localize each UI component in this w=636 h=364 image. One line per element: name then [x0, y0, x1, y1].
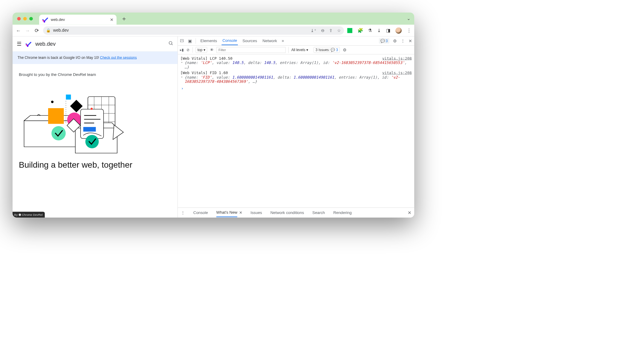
drawer-tab-close-icon[interactable]: ✕ — [239, 210, 242, 215]
svg-marker-25 — [113, 125, 123, 140]
drawer-tab-console[interactable]: Console — [193, 209, 208, 217]
console-prompt[interactable]: › — [180, 85, 412, 91]
browser-window: web.dev ✕ ＋ ⌄ ← → ⟳ 🔒 web.dev ⤓⁺ ⊖ ⇪ ☆ 🧩… — [13, 13, 414, 218]
window-maximize-button[interactable] — [29, 17, 33, 20]
inspect-element-icon[interactable]: ⮹ — [180, 39, 184, 43]
devtools-panel: ⮹ ▣ Elements Console Sources Network » 💬… — [178, 36, 414, 218]
share-icon[interactable]: ⇪ — [329, 28, 333, 33]
tab-network[interactable]: Network — [262, 37, 278, 45]
log-source-link[interactable]: vitals.js:208 — [382, 56, 412, 61]
drawer-tab-rendering[interactable]: Rendering — [333, 209, 351, 217]
address-bar[interactable]: 🔒 web.dev ⤓⁺ ⊖ ⇪ ☆ — [43, 26, 344, 35]
issues-button[interactable]: 3 Issues: 💬 3 — [314, 47, 340, 53]
messages-count-badge[interactable]: 💬 3 — [379, 38, 389, 44]
extensions-puzzle-icon[interactable]: 🧩 — [357, 28, 363, 33]
bookmark-icon[interactable]: ☆ — [337, 28, 341, 33]
window-controls — [17, 17, 33, 20]
drawer-close-icon[interactable]: ✕ — [408, 210, 412, 215]
tab-strip: web.dev ✕ ＋ ⌄ — [13, 13, 414, 25]
install-icon[interactable]: ⤓⁺ — [311, 28, 317, 33]
devtools-menu-icon[interactable]: ⋮ — [401, 38, 405, 43]
forward-button[interactable]: → — [25, 27, 31, 33]
drawer-tab-search[interactable]: Search — [312, 209, 325, 217]
svg-line-5 — [172, 44, 173, 45]
svg-point-33 — [85, 135, 99, 149]
log-message: [Web Vitals] FID 1.60 — [180, 71, 412, 75]
new-tab-button[interactable]: ＋ — [121, 15, 127, 23]
banner-text: The Chrome team is back at Google I/O on… — [18, 56, 100, 59]
tab-overflow-icon[interactable]: » — [282, 39, 284, 43]
site-search-icon[interactable] — [169, 41, 174, 47]
chrome-menu-button[interactable]: ⋮ — [407, 28, 411, 33]
console-filter-input[interactable] — [217, 47, 286, 53]
live-expression-icon[interactable]: 👁 — [210, 48, 214, 52]
console-settings-icon[interactable]: ⚙ — [343, 48, 347, 53]
drawer-tab-whatsnew[interactable]: What's New — [216, 208, 238, 217]
clear-console-icon[interactable]: ⊘ — [186, 48, 189, 52]
browser-toolbar: ← → ⟳ 🔒 web.dev ⤓⁺ ⊖ ⇪ ☆ 🧩 ⚗ ⤓ ◨ ⋮ — [13, 25, 414, 36]
labs-flask-icon[interactable]: ⚗ — [368, 28, 372, 33]
devtools-drawer: ⋮ Console What's New ✕ Issues Network co… — [178, 207, 414, 218]
kicker-text: Brought to you by the Chrome DevRel team — [19, 72, 171, 77]
reload-button[interactable]: ⟳ — [34, 27, 40, 33]
extension-green-icon[interactable] — [347, 28, 352, 33]
log-object[interactable]: {name: 'LCP', value: 140.5, delta: 140.5… — [180, 60, 412, 69]
downloads-icon[interactable]: ⤓ — [377, 28, 381, 33]
svg-point-3 — [27, 45, 28, 47]
url-text: web.dev — [53, 28, 69, 33]
site-brand[interactable]: web.dev — [35, 41, 56, 47]
announcement-banner: The Chrome team is back at Google I/O on… — [13, 51, 178, 64]
attribution-badge: By ⬢ Chrome DevRel — [13, 212, 45, 218]
webdev-logo-icon — [42, 16, 48, 23]
tab-close-button[interactable]: ✕ — [110, 17, 114, 22]
browser-tab[interactable]: web.dev ✕ — [39, 15, 117, 25]
svg-point-4 — [169, 41, 172, 44]
svg-point-1 — [44, 21, 45, 22]
drawer-tab-issues[interactable]: Issues — [250, 209, 262, 217]
webdev-logo-icon — [25, 41, 32, 47]
tab-console[interactable]: Console — [221, 37, 238, 45]
window-minimize-button[interactable] — [23, 17, 27, 20]
devtools-settings-icon[interactable]: ⚙ — [393, 38, 397, 43]
page-content: ☰ web.dev The Chrome team is back at Goo… — [13, 36, 178, 218]
banner-link[interactable]: Check out the sessions — [100, 56, 137, 59]
log-entry: vitals.js:208 [Web Vitals] LCP 140.50 {n… — [180, 56, 412, 69]
tab-sources[interactable]: Sources — [241, 37, 258, 45]
svg-point-22 — [51, 126, 66, 140]
zoom-icon[interactable]: ⊖ — [321, 28, 325, 33]
hero-illustration — [19, 84, 132, 157]
log-message: [Web Vitals] LCP 140.50 — [180, 56, 412, 61]
tab-title: web.dev — [51, 17, 65, 22]
log-entry: vitals.js:208 [Web Vitals] FID 1.60 {nam… — [180, 71, 412, 84]
log-object[interactable]: {name: 'FID', value: 1.6000000014901161,… — [180, 75, 412, 84]
log-level-selector[interactable]: All levels ▾ — [289, 47, 311, 53]
svg-rect-16 — [48, 108, 64, 124]
console-toolbar: ▸▮ ⊘ top ▾ 👁 All levels ▾ 3 Issues: 💬 3 … — [178, 46, 414, 54]
devtools-tabbar: ⮹ ▣ Elements Console Sources Network » 💬… — [178, 36, 414, 46]
devtools-close-icon[interactable]: ✕ — [409, 38, 412, 43]
hamburger-menu-icon[interactable]: ☰ — [17, 41, 22, 47]
console-output[interactable]: vitals.js:208 [Web Vitals] LCP 140.50 {n… — [178, 54, 414, 207]
side-panel-icon[interactable]: ◨ — [386, 28, 391, 33]
svg-rect-17 — [66, 94, 71, 100]
site-header: ☰ web.dev — [13, 36, 178, 51]
drawer-tab-network-conditions[interactable]: Network conditions — [270, 209, 304, 217]
log-source-link[interactable]: vitals.js:208 — [382, 71, 412, 75]
svg-rect-32 — [83, 127, 96, 131]
profile-avatar[interactable] — [395, 27, 402, 33]
svg-point-28 — [91, 108, 93, 110]
back-button[interactable]: ← — [16, 27, 22, 33]
window-close-button[interactable] — [17, 17, 21, 20]
drawer-menu-icon[interactable]: ⋮ — [181, 210, 185, 215]
context-selector[interactable]: top ▾ — [196, 47, 207, 53]
console-sidebar-toggle-icon[interactable]: ▸▮ — [180, 48, 184, 52]
tab-overflow-button[interactable]: ⌄ — [407, 16, 411, 21]
page-headline: Building a better web, together — [19, 160, 171, 170]
lock-icon: 🔒 — [46, 28, 51, 33]
svg-rect-27 — [81, 109, 104, 138]
extension-icons: 🧩 ⚗ ⤓ ◨ ⋮ — [347, 27, 411, 33]
tab-elements[interactable]: Elements — [200, 37, 218, 45]
device-toolbar-icon[interactable]: ▣ — [188, 38, 192, 43]
svg-point-18 — [51, 101, 53, 103]
